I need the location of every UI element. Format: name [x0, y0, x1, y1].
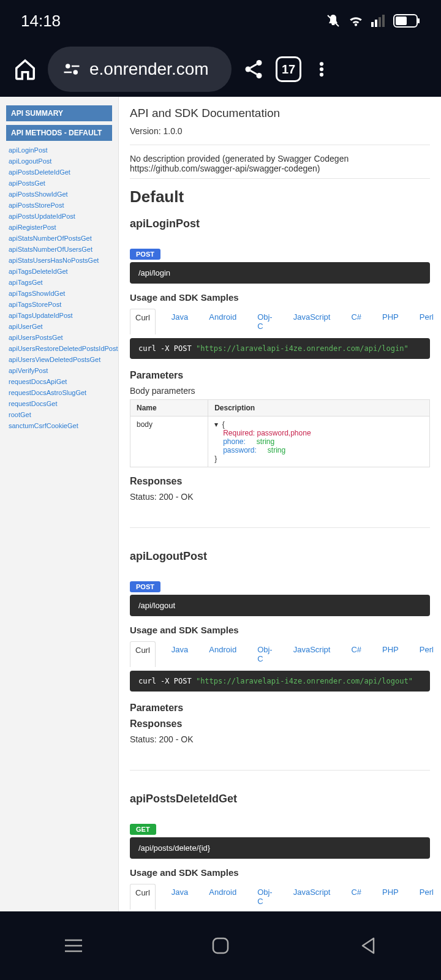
sidebar-link[interactable]: apiLoginPost [6, 145, 112, 156]
svg-rect-7 [396, 17, 407, 25]
sidebar-link[interactable]: rootGet [6, 409, 112, 420]
sidebar-link[interactable]: apiTagsUpdateIdPost [6, 310, 112, 321]
svg-rect-6 [418, 18, 420, 23]
sidebar-link[interactable]: requestDocsApiGet [6, 376, 112, 387]
signal-icon [371, 14, 386, 28]
home-icon[interactable] [13, 58, 37, 81]
lang-tabs: CurlJavaAndroidObj-CJavaScriptC#PHPPerlP… [130, 641, 430, 667]
sidebar-link[interactable]: apiStatsUsersHasNoPostsGet [6, 255, 112, 266]
url-bar[interactable]: e.onrender.com [48, 47, 232, 92]
code-sample: curl -X POST "https://laravelapi-i4ze.on… [130, 671, 430, 692]
status-time: 14:18 [21, 12, 61, 31]
lang-tab[interactable]: Perl [415, 884, 439, 910]
param-table: NameDescriptionbody▾ {Required: password… [130, 399, 430, 467]
lang-tab[interactable]: C# [346, 641, 366, 667]
status-bar: 14:18 [0, 0, 441, 42]
lang-tab[interactable]: Android [204, 309, 241, 334]
endpoint-name: apiPostsDeleteIdGet [130, 793, 430, 805]
table-header: Description [208, 400, 430, 417]
lang-tab[interactable]: Android [204, 641, 241, 667]
sidebar-methods-header[interactable]: API METHODS - DEFAULT [6, 125, 112, 141]
svg-point-14 [257, 73, 262, 78]
endpoint-path: /api/login [130, 262, 430, 284]
table-cell: body [130, 417, 208, 467]
recent-apps-button[interactable] [62, 934, 85, 957]
page-content: API SUMMARY API METHODS - DEFAULT apiLog… [0, 97, 441, 911]
sidebar-link[interactable]: apiPostsStorePost [6, 200, 112, 211]
svg-rect-1 [371, 22, 374, 27]
wifi-icon [348, 14, 364, 28]
svg-point-15 [320, 62, 323, 66]
system-nav-bar [0, 911, 441, 980]
svg-point-10 [74, 70, 78, 75]
page-title: API and SDK Documentation [130, 107, 430, 120]
sidebar-link[interactable]: apiUsersRestoreDeletedPostsIdPost [6, 343, 112, 354]
sidebar-link[interactable]: apiStatsNumberOfUsersGet [6, 244, 112, 255]
lang-tab[interactable]: JavaScript [288, 884, 336, 910]
lang-tab[interactable]: Perl [415, 641, 439, 667]
lang-tab[interactable]: Perl [415, 309, 439, 334]
svg-point-8 [66, 64, 70, 69]
lang-tab[interactable]: Obj-C [252, 884, 277, 910]
sidebar-link[interactable]: apiTagsGet [6, 277, 112, 288]
sidebar-link[interactable]: requestDocsAstroSlugGet [6, 387, 112, 398]
status-text: Status: 200 - OK [130, 492, 430, 502]
lang-tab[interactable]: Curl [130, 884, 156, 910]
lang-tab[interactable]: PHP [377, 641, 404, 667]
sidebar-link[interactable]: apiUsersPostsGet [6, 332, 112, 343]
schema-cell: ▾ {Required: password,phonephone:stringp… [208, 417, 430, 467]
svg-point-16 [320, 67, 323, 71]
sidebar-link[interactable]: apiUserGet [6, 321, 112, 332]
status-icons [326, 13, 420, 28]
home-button[interactable] [209, 934, 232, 957]
usage-title: Usage and SDK Samples [130, 867, 430, 878]
lang-tab[interactable]: C# [346, 884, 366, 910]
lang-tab[interactable]: JavaScript [288, 641, 336, 667]
site-settings-icon [62, 60, 81, 78]
lang-tab[interactable]: Java [167, 309, 193, 334]
sidebar-link[interactable]: apiTagsStorePost [6, 299, 112, 310]
sidebar-link[interactable]: requestDocsGet [6, 398, 112, 409]
sidebar-link[interactable]: apiPostsShowIdGet [6, 189, 112, 200]
lang-tab[interactable]: Obj-C [252, 641, 277, 667]
tabs-button[interactable]: 17 [276, 56, 301, 82]
endpoint-path: /api/logout [130, 595, 430, 616]
menu-icon[interactable] [312, 60, 331, 78]
endpoint-block: apiLoginPostPOST/api/loginUsage and SDK … [130, 217, 430, 528]
lang-tabs: CurlJavaAndroidObj-CJavaScriptC#PHPPerlP… [130, 884, 430, 910]
endpoint-block: apiPostsDeleteIdGetGET/api/posts/delete/… [130, 793, 430, 911]
section-header: Default [130, 187, 430, 206]
usage-title: Usage and SDK Samples [130, 292, 430, 303]
sidebar-link[interactable]: apiTagsShowIdGet [6, 288, 112, 299]
sidebar-summary-header[interactable]: API SUMMARY [6, 105, 112, 121]
sidebar-link[interactable]: apiLogoutPost [6, 156, 112, 167]
lang-tab[interactable]: C# [346, 309, 366, 334]
url-text: e.onrender.com [89, 59, 209, 79]
back-button[interactable] [356, 934, 379, 957]
lang-tab[interactable]: PHP [377, 309, 404, 334]
sidebar-link[interactable]: apiPostsGet [6, 178, 112, 189]
lang-tab[interactable]: Android [204, 884, 241, 910]
lang-tab[interactable]: Java [167, 884, 193, 910]
lang-tab[interactable]: Obj-C [252, 309, 277, 334]
page-description: No description provided (generated by Sw… [130, 154, 430, 179]
sidebar-link[interactable]: apiTagsDeleteIdGet [6, 266, 112, 277]
sidebar-link[interactable]: apiUsersViewDeletedPostsGet [6, 354, 112, 365]
main-content[interactable]: API and SDK Documentation Version: 1.0.0… [119, 97, 441, 911]
sidebar-link[interactable]: sanctumCsrfCookieGet [6, 420, 112, 431]
sidebar-link[interactable]: apiRegisterPost [6, 222, 112, 233]
lang-tabs: CurlJavaAndroidObj-CJavaScriptC#PHPPerlP… [130, 309, 430, 334]
lang-tab[interactable]: Java [167, 641, 193, 667]
lang-tab[interactable]: Curl [130, 641, 156, 667]
endpoint-block: apiLogoutPostPOST/api/logoutUsage and SD… [130, 550, 430, 771]
share-icon[interactable] [243, 58, 265, 80]
svg-point-13 [246, 67, 251, 72]
sidebar: API SUMMARY API METHODS - DEFAULT apiLog… [0, 97, 119, 911]
sidebar-link[interactable]: apiPostsDeleteIdGet [6, 167, 112, 178]
sidebar-link[interactable]: apiPostsUpdateIdPost [6, 211, 112, 222]
lang-tab[interactable]: Curl [130, 309, 156, 334]
sidebar-link[interactable]: apiStatsNumberOfPostsGet [6, 233, 112, 244]
sidebar-link[interactable]: apiVerifyPost [6, 365, 112, 376]
lang-tab[interactable]: JavaScript [288, 309, 336, 334]
lang-tab[interactable]: PHP [377, 884, 404, 910]
